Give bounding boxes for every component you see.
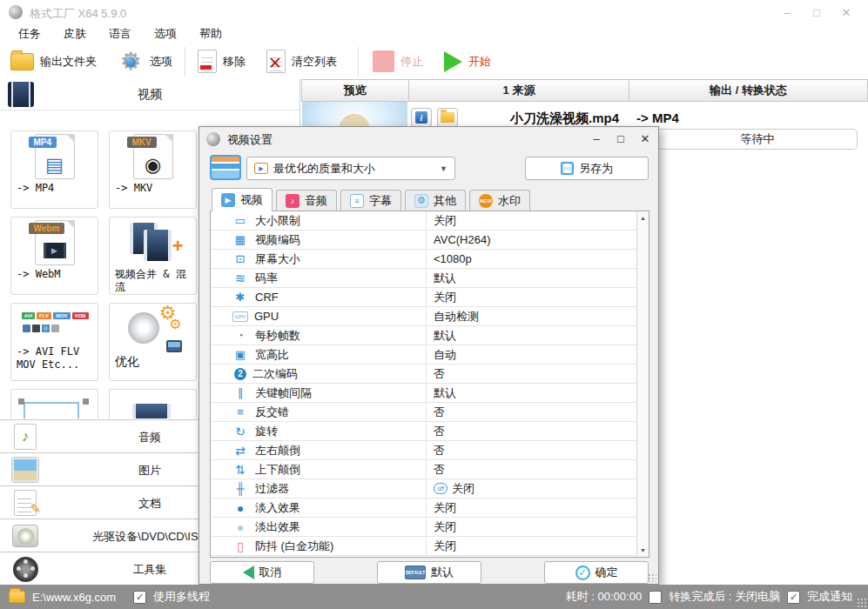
setting-value-cell[interactable]: 关闭 [426, 288, 636, 306]
card-webm[interactable]: Webm ▶ -> WebM [10, 217, 98, 295]
maximize-button[interactable]: □ [802, 0, 831, 24]
setting-value: 关闭 [434, 213, 456, 229]
output-folder-button[interactable]: 输出文件夹 [0, 53, 107, 70]
media-info-button[interactable]: i [411, 108, 432, 127]
tab-watermark[interactable]: NEW水印 [469, 190, 530, 211]
status-bar: E:\www.x6g.com ✓ 使用多线程 耗时 : 00:00:00 转换完… [0, 585, 868, 609]
setting-value-cell[interactable]: <1080p [426, 250, 636, 268]
setting-value-cell[interactable]: 默认 [426, 269, 636, 287]
tab-other[interactable]: ⚙其他 [405, 190, 466, 211]
setting-value-cell[interactable]: 自动 [426, 345, 636, 364]
toolbar-separator [185, 47, 185, 77]
stop-button[interactable]: 停止 [362, 50, 434, 72]
dialog-title-bar[interactable]: 视频设置 – □ ✕ [199, 127, 658, 151]
notify-checkbox[interactable]: ✓ [787, 591, 800, 604]
dialog-close-button[interactable]: ✕ [637, 130, 653, 146]
start-button[interactable]: 开始 [434, 51, 501, 72]
setting-row-gpu[interactable]: GPUGPU自动检测 [211, 307, 636, 326]
menu-item-0[interactable]: 任务 [7, 24, 52, 44]
close-button[interactable]: ✕ [831, 0, 861, 24]
setting-row-fps[interactable]: ◔每秒帧数默认 [211, 326, 636, 345]
setting-row-ruler[interactable]: ▭大小限制关闭 [211, 211, 636, 231]
chevron-down-icon: ▼ [440, 164, 447, 173]
tab-subtitle[interactable]: ≡字幕 [340, 190, 401, 211]
setting-value-cell[interactable]: 否 [426, 460, 636, 478]
setting-row-deinterlace[interactable]: ≡反交错否 [211, 403, 636, 422]
setting-value-cell[interactable]: 否 [426, 422, 636, 440]
task-output-format: -> MP4 [636, 110, 679, 125]
dialog-minimize-button[interactable]: – [589, 130, 604, 146]
shutdown-checkbox[interactable] [649, 591, 662, 604]
output-path[interactable]: E:\www.x6g.com [32, 591, 116, 604]
setting-row-fade-out[interactable]: ●淡出效果关闭 [211, 518, 636, 537]
profile-icon: ▶ [254, 163, 268, 174]
settings-scrollbar[interactable]: ▲ ▼ [636, 211, 649, 557]
setting-value-cell[interactable]: 否 [426, 403, 636, 421]
setting-row-chip[interactable]: ▦视频编码AVC(H264) [211, 231, 636, 250]
task-status-badge: 等待中 [657, 129, 858, 150]
header-source[interactable]: 1 来源 [409, 79, 629, 102]
dialog-resize-grip[interactable] [648, 573, 656, 582]
setting-value-cell[interactable]: AVC(H264) [426, 231, 636, 249]
setting-row-monitor[interactable]: ⊡屏幕大小<1080p [211, 250, 636, 269]
setting-value-cell[interactable]: 默认 [426, 384, 636, 402]
setting-value-cell[interactable]: 关闭 [426, 518, 636, 536]
toolbar-separator [358, 47, 359, 77]
dialog-maximize-button[interactable]: □ [613, 130, 629, 146]
setting-value-cell[interactable]: 关闭 [426, 211, 636, 230]
menu-item-4[interactable]: 帮助 [188, 24, 233, 44]
ok-button[interactable]: ✓ 确定 [544, 561, 649, 584]
setting-row-crf[interactable]: ✱CRF关闭 [211, 288, 636, 307]
setting-row-two[interactable]: 2二次编码否 [211, 365, 636, 384]
setting-value-cell[interactable]: 默认 [426, 326, 636, 345]
setting-row-filter[interactable]: ╫过滤器off关闭 [211, 479, 636, 499]
setting-value-cell[interactable]: 自动检测 [426, 307, 636, 325]
scroll-up-icon[interactable]: ▲ [637, 211, 649, 224]
clear-list-button[interactable]: 清空列表 [256, 50, 347, 73]
window-resize-grip[interactable] [857, 598, 867, 608]
tab-audio[interactable]: ♪音频 [276, 190, 337, 211]
setting-row-fade-in[interactable]: ●淡入效果关闭 [211, 499, 636, 518]
setting-row-waves[interactable]: ≋码率默认 [211, 269, 636, 288]
setting-value-cell[interactable]: 否 [426, 365, 636, 383]
menu-item-2[interactable]: 语言 [98, 24, 143, 44]
profile-dropdown[interactable]: ▶ 最优化的质量和大小 ▼ [246, 157, 455, 180]
scroll-down-icon[interactable]: ▼ [637, 544, 649, 557]
save-as-button[interactable]: 另存为 [525, 157, 649, 180]
card-mp4[interactable]: MP4 ▤ -> MP4 [10, 130, 98, 209]
back-arrow-icon [243, 566, 254, 579]
remove-button[interactable]: 移除 [187, 50, 256, 73]
setting-row-keyframe[interactable]: ∥关键帧间隔默认 [211, 384, 636, 403]
rotate-icon: ↻ [232, 425, 249, 438]
setting-row-flip-h[interactable]: ⇄左右颠倒否 [211, 441, 636, 460]
setting-label: 淡入效果 [255, 500, 426, 516]
header-output-state[interactable]: 输出 / 转换状态 [629, 79, 868, 102]
card-mkv[interactable]: MKV ◉ -> MKV [109, 130, 197, 209]
setting-row-flip-v[interactable]: ⇅上下颠倒否 [211, 460, 636, 479]
card-optimize[interactable]: ⚙ ⚙ 优化 [109, 303, 197, 381]
menu-item-3[interactable]: 选项 [143, 24, 188, 44]
card-partial-crop[interactable] [10, 389, 98, 418]
setting-value-cell[interactable]: 关闭 [426, 537, 636, 555]
card-video-join[interactable]: + 视频合并 & 混流 [109, 217, 197, 295]
minimize-button[interactable]: – [772, 0, 802, 24]
toolbar: 输出文件夹 ⚙ 选项 移除 清空列表 停止 开始 [0, 44, 868, 79]
cancel-button[interactable]: 取消 [210, 561, 314, 584]
setting-row-aspect[interactable]: ▣宽高比自动 [211, 345, 636, 365]
multithread-checkbox[interactable]: ✓ [133, 591, 146, 604]
video-category-header[interactable]: 视频 [0, 79, 299, 110]
default-button[interactable]: DEFAULT 默认 [377, 561, 481, 584]
tab-video[interactable]: ▶视频 [212, 188, 273, 211]
setting-value-cell[interactable]: 关闭 [426, 499, 636, 517]
setting-value-cell[interactable]: off关闭 [426, 479, 636, 498]
setting-row-stabilize[interactable]: ▯防抖 (白金功能)关闭 [211, 537, 636, 556]
task-list-headers: 预览 1 来源 输出 / 转换状态 [301, 79, 868, 102]
card-avi-flv-mov[interactable]: AVI FLV MOV VOB -> AVI FLV MOV Etc... [10, 303, 98, 381]
menu-item-1[interactable]: 皮肤 [52, 24, 98, 44]
setting-value-cell[interactable]: 否 [426, 441, 636, 459]
header-preview[interactable]: 预览 [301, 79, 409, 102]
options-button[interactable]: ⚙ 选项 [107, 49, 183, 75]
card-partial-film[interactable] [109, 389, 197, 418]
open-folder-button[interactable] [437, 108, 458, 127]
setting-row-rotate[interactable]: ↻旋转否 [211, 422, 636, 441]
